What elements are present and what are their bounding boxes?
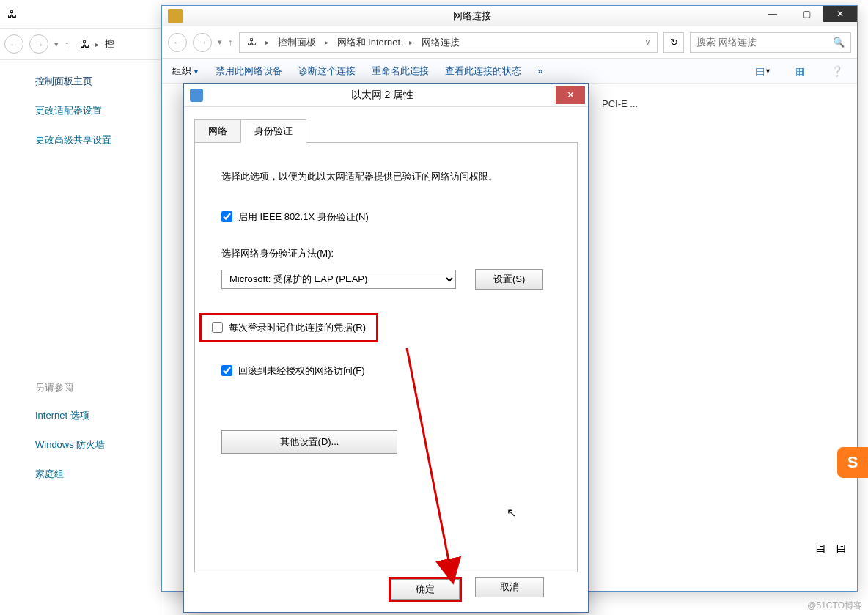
enable-8021x-label: 启用 IEEE 802.1X 身份验证(N) [238, 210, 369, 224]
address-bar-row: ← → ▾ ↑ 🖧 ▸ 控制面板 ▸ 网络和 Internet ▸ 网络连接 v… [162, 26, 857, 59]
dialog-icon [190, 89, 203, 102]
link-internet-options[interactable]: Internet 选项 [35, 409, 147, 422]
method-settings-button[interactable]: 设置(S) [475, 269, 543, 290]
see-also-header: 另请参阅 [35, 381, 147, 394]
up-arrow-icon[interactable]: ↑ [228, 37, 233, 48]
main-back-button[interactable]: ← [168, 33, 187, 52]
refresh-button[interactable]: ↻ [663, 32, 684, 53]
search-box[interactable]: 🔍 [690, 32, 851, 53]
ethernet-properties-dialog: 以太网 2 属性 ✕ 网络 身份验证 选择此选项，以便为此以太网适配器提供已验证… [183, 83, 589, 613]
breadcrumb-sep-icon: ▸ [262, 38, 272, 46]
other-settings-button[interactable]: 其他设置(D)... [221, 430, 397, 454]
bg-nav-toolbar: ← → ▾ ↑ 🖧 ▸ 控 [0, 28, 161, 60]
diagnose-connection-button[interactable]: 诊断这个连接 [298, 65, 356, 78]
dialog-button-row: 确定 取消 [389, 577, 544, 602]
maximize-button[interactable]: ▢ [790, 6, 823, 22]
main-forward-button[interactable]: → [193, 33, 212, 52]
bg-titlebar: 🖧 [0, 0, 161, 28]
tab-panel-authentication: 选择此选项，以便为此以太网适配器提供已验证的网络访问权限。 启用 IEEE 80… [194, 142, 578, 572]
help-icon[interactable]: ❔ [826, 63, 847, 79]
network-path-icon: 🖧 [244, 37, 260, 48]
network-path-icon: 🖧 [80, 39, 89, 50]
back-button[interactable]: ← [4, 34, 23, 54]
view-options-icon[interactable]: ▤▼ [753, 63, 773, 79]
auth-method-select[interactable]: Microsoft: 受保护的 EAP (PEAP) [221, 270, 456, 289]
dialog-body: 网络 身份验证 选择此选项，以便为此以太网适配器提供已验证的网络访问权限。 启用… [184, 107, 588, 571]
link-sharing-settings[interactable]: 更改高级共享设置 [35, 133, 147, 147]
watermark-text: @51CTO博客 [807, 600, 862, 612]
fallback-row[interactable]: 回滚到未经授权的网络访问(F) [221, 364, 551, 378]
rename-connection-button[interactable]: 重命名此连接 [372, 65, 429, 78]
link-windows-firewall[interactable]: Windows 防火墙 [35, 438, 147, 452]
dialog-close-button[interactable]: ✕ [556, 86, 585, 104]
organize-menu[interactable]: 组织▼ [172, 65, 199, 78]
dialog-titlebar: 以太网 2 属性 ✕ [184, 84, 588, 107]
bg-sidebar: 控制面板主页 更改适配器设置 更改高级共享设置 另请参阅 Internet 选项… [0, 60, 161, 481]
search-icon[interactable]: 🔍 [833, 37, 845, 48]
search-input[interactable] [696, 37, 833, 48]
close-window-button[interactable]: ✕ [823, 6, 857, 22]
cancel-button[interactable]: 取消 [475, 577, 544, 597]
fallback-checkbox[interactable] [221, 365, 232, 376]
method-label: 选择网络身份验证方法(M): [221, 247, 551, 260]
link-homegroup[interactable]: 家庭组 [35, 468, 147, 481]
window-icon [168, 9, 183, 23]
computer-icon-2: 🖥 [834, 542, 847, 557]
remember-credentials-checkbox[interactable] [212, 322, 223, 333]
computer-icon: 🖥 [813, 542, 826, 557]
breadcrumb-3[interactable]: 网络连接 [419, 36, 463, 49]
disable-device-button[interactable]: 禁用此网络设备 [216, 65, 282, 78]
link-adapter-settings[interactable]: 更改适配器设置 [35, 104, 147, 117]
forward-button[interactable]: → [29, 34, 48, 54]
ok-button[interactable]: 确定 [391, 579, 460, 600]
minimize-button[interactable]: — [756, 6, 790, 22]
ok-button-highlight: 确定 [389, 577, 462, 602]
history-chevron-icon[interactable]: ▾ [218, 37, 222, 47]
history-chevron-icon[interactable]: ▾ [54, 40, 59, 49]
window-title: 网络连接 [188, 10, 756, 23]
sidebar-title: 控制面板主页 [35, 75, 147, 88]
bg-breadcrumb-crop: 控 [105, 37, 114, 51]
main-titlebar: 网络连接 — ▢ ✕ [162, 6, 857, 26]
breadcrumb-sep-icon: ▸ [322, 38, 331, 46]
details-pane-icon[interactable]: ▦ [790, 63, 810, 79]
dialog-title: 以太网 2 属性 [209, 89, 556, 102]
breadcrumb-sep-icon: ▸ [406, 38, 416, 46]
more-commands-button[interactable]: » [537, 65, 542, 76]
command-bar: 组织▼ 禁用此网络设备 诊断这个连接 重命名此连接 查看此连接的状态 » ▤▼ … [162, 59, 857, 84]
enable-8021x-checkbox[interactable] [221, 211, 232, 222]
path-sep-icon: ▸ [95, 40, 99, 48]
auth-description: 选择此选项，以便为此以太网适配器提供已验证的网络访问权限。 [221, 169, 551, 184]
tab-network[interactable]: 网络 [194, 119, 241, 143]
adapter-text-fragment: PCI-E ... [602, 98, 842, 109]
breadcrumb-1[interactable]: 控制面板 [275, 36, 319, 49]
dialog-tabs: 网络 身份验证 [194, 119, 578, 142]
statusbar-icons: 🖥 🖥 [813, 542, 847, 557]
network-icon: 🖧 [7, 9, 17, 20]
breadcrumb-path[interactable]: 🖧 ▸ 控制面板 ▸ 网络和 Internet ▸ 网络连接 v [239, 32, 658, 53]
breadcrumb-2[interactable]: 网络和 Internet [334, 36, 404, 49]
sogou-badge-icon: S [837, 447, 868, 478]
background-control-panel: 🖧 ← → ▾ ↑ 🖧 ▸ 控 控制面板主页 更改适配器设置 更改高级共享设置 … [0, 0, 161, 615]
remember-credentials-highlight: 每次登录时记住此连接的凭据(R) [199, 313, 378, 342]
remember-credentials-label: 每次登录时记住此连接的凭据(R) [229, 321, 366, 334]
enable-8021x-row[interactable]: 启用 IEEE 802.1X 身份验证(N) [221, 210, 551, 224]
up-arrow-icon[interactable]: ↑ [65, 39, 70, 50]
fallback-label: 回滚到未经授权的网络访问(F) [238, 364, 365, 378]
path-dropdown-icon[interactable]: v [643, 38, 652, 46]
tab-authentication[interactable]: 身份验证 [240, 119, 306, 143]
view-status-button[interactable]: 查看此连接的状态 [445, 65, 521, 78]
